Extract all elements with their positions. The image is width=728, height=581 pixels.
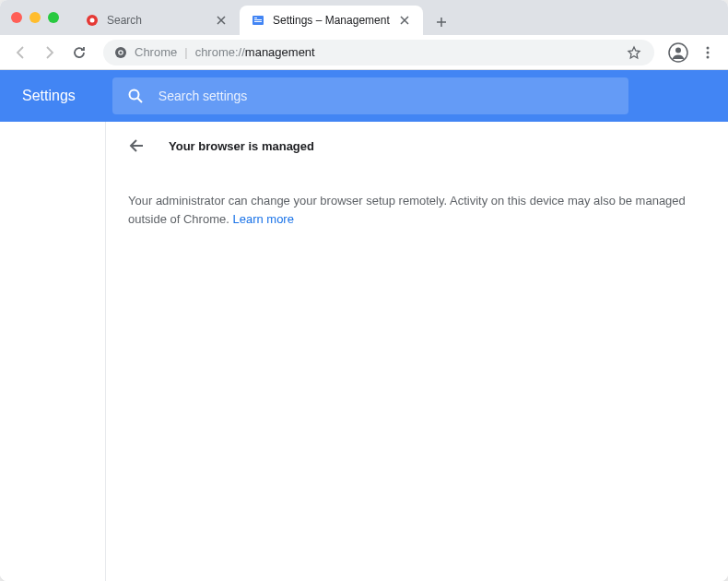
page-title: Your browser is managed [169,139,314,153]
svg-point-14 [129,90,138,100]
learn-more-link[interactable]: Learn more [232,212,293,226]
profile-button[interactable] [665,40,691,65]
svg-point-12 [707,51,710,53]
search-favicon-icon [85,13,100,28]
tab-title: Settings – Management [273,14,390,27]
settings-favicon-icon [251,13,265,28]
tab-search[interactable]: Search [74,6,240,35]
svg-point-10 [675,47,681,53]
address-bar[interactable]: Chrome | chrome://management [103,40,654,65]
address-scheme-label: Chrome [135,45,177,59]
settings-header: Settings [0,70,728,122]
settings-sidebar [0,122,106,581]
close-tab-icon[interactable] [214,13,229,28]
settings-main: Your browser is managed Your administrat… [106,122,728,581]
browser-window: Search Settings – Management [0,0,728,581]
svg-rect-4 [254,19,262,20]
management-description: Your administrator can change your brows… [128,194,686,226]
close-tab-icon[interactable] [397,13,412,28]
address-separator: | [184,45,187,59]
svg-point-8 [120,51,123,53]
address-url: chrome://management [195,45,315,59]
kebab-menu-icon[interactable] [695,40,721,65]
settings-body: Your browser is managed Your administrat… [0,122,728,581]
back-arrow-icon[interactable] [128,136,147,155]
close-window-button[interactable] [11,12,22,23]
svg-rect-3 [254,18,257,18]
tab-title: Search [107,14,206,27]
search-icon [127,88,144,104]
settings-search-input[interactable] [159,89,614,103]
page-content: Your administrator can change your brows… [106,170,728,250]
settings-search-box[interactable] [112,77,628,114]
reload-button[interactable] [66,40,92,65]
bookmark-star-icon[interactable] [625,43,643,62]
titlebar: Search Settings – Management [0,0,728,35]
svg-rect-5 [254,21,262,22]
svg-point-1 [90,18,95,23]
window-controls [11,12,59,23]
back-button[interactable] [7,40,33,65]
minimize-window-button[interactable] [29,12,41,23]
chrome-scheme-icon [114,46,127,59]
content-area: Settings Your browser is managed Your ad… [0,70,728,581]
svg-point-13 [707,55,710,58]
forward-button[interactable] [37,40,63,65]
settings-title: Settings [22,88,76,104]
svg-point-11 [707,46,710,49]
tab-settings-management[interactable]: Settings – Management [240,6,423,35]
tab-strip: Search Settings – Management [74,0,717,35]
page-header: Your browser is managed [106,122,728,170]
new-tab-button[interactable] [429,9,454,35]
toolbar: Chrome | chrome://management [0,35,728,70]
maximize-window-button[interactable] [48,12,59,23]
